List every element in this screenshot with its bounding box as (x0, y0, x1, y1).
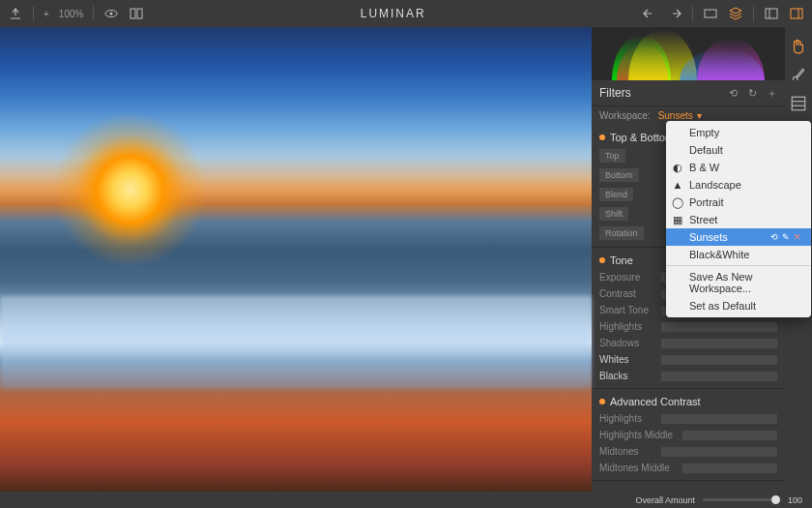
panel-right-icon[interactable] (789, 6, 804, 21)
svg-rect-4 (705, 10, 716, 17)
blacks-label: Blacks (599, 371, 655, 381)
gradient-tool-icon[interactable] (790, 95, 807, 112)
shadows-label: Shadows (599, 338, 655, 348)
workspace-item-empty[interactable]: Empty (666, 124, 811, 141)
adv-midtones-track[interactable] (661, 447, 777, 457)
adv-highlights-label: Highlights (599, 413, 655, 424)
overall-amount-slider[interactable] (703, 498, 780, 501)
workspace-label: Workspace: (599, 110, 651, 121)
slider-adv-highlightsmid[interactable]: Highlights Middle (599, 427, 777, 443)
workspace-item-default[interactable]: Default (666, 141, 811, 159)
redo-icon[interactable] (667, 6, 682, 21)
adv-midtonesmid-label: Midtones Middle (599, 463, 677, 473)
overall-amount-label: Overall Amount (635, 495, 695, 505)
tab-bottom[interactable]: Bottom (599, 168, 639, 182)
slider-blacks[interactable]: Blacks (599, 368, 777, 384)
section-advanced-contrast: Advanced Contrast Highlights Highlights … (592, 389, 785, 481)
dd-label: Default (689, 144, 723, 156)
svg-rect-7 (791, 9, 802, 18)
overall-amount-knob[interactable] (771, 495, 780, 504)
add-filter-icon[interactable]: ＋ (766, 87, 777, 99)
dd-label: Landscape (689, 179, 741, 191)
whites-track[interactable] (661, 355, 777, 365)
sync-icon[interactable]: ⟲ (727, 87, 739, 99)
zoom-value[interactable]: 100% (59, 9, 84, 19)
filters-title: Filters (599, 86, 631, 100)
workspace-dropdown[interactable]: Sunsets ▾ (658, 110, 702, 121)
dd-label: Save As New Workspace... (689, 271, 801, 294)
zoom-plus[interactable]: + (44, 9, 49, 19)
workspace-save-as[interactable]: Save As New Workspace... (666, 268, 811, 297)
delete-mini-icon[interactable]: ✕ (794, 232, 801, 242)
dd-label: B & W (689, 162, 719, 173)
whites-label: Whites (599, 354, 655, 365)
dd-label: Sunsets (689, 231, 728, 243)
workspace-item-landscape[interactable]: ▲ Landscape (666, 176, 811, 194)
workspace-item-sunsets[interactable]: Sunsets ⟲ ✎ ✕ (666, 228, 811, 246)
adv-highlightsmid-track[interactable] (682, 431, 777, 440)
tab-rotation[interactable]: Rotation (599, 226, 644, 240)
adv-midtonesmid-track[interactable] (682, 463, 777, 473)
separator (93, 6, 94, 21)
portrait-icon: ◯ (672, 196, 683, 208)
workspace-item-street[interactable]: ▦ Street (666, 211, 811, 228)
slider-adv-midtonesmid[interactable]: Midtones Middle (599, 460, 777, 476)
slider-highlights[interactable]: Highlights (599, 318, 777, 335)
svg-point-1 (110, 13, 113, 15)
highlights-label: Highlights (599, 321, 655, 332)
shadows-track[interactable] (661, 339, 777, 348)
svg-rect-2 (130, 9, 135, 18)
landscape-icon: ▲ (672, 179, 683, 191)
filters-header: Filters ⟲ ↻ ＋ (592, 80, 785, 106)
image-canvas[interactable] (0, 27, 592, 492)
highlights-track[interactable] (661, 322, 777, 332)
svg-rect-5 (766, 9, 777, 18)
slider-adv-midtones[interactable]: Midtones (599, 443, 777, 460)
adv-highlights-track[interactable] (661, 414, 777, 424)
dd-label: Set as Default (689, 300, 756, 312)
reset-icon[interactable]: ↻ (746, 87, 758, 99)
slider-whites[interactable]: Whites (599, 351, 777, 368)
dd-label: Portrait (689, 196, 723, 208)
dd-label: Street (689, 214, 717, 225)
workspace-dropdown-menu: Empty Default ◐ B & W ▲ Landscape ◯ Port… (666, 121, 811, 317)
export-icon[interactable] (8, 6, 23, 21)
sync-mini-icon[interactable]: ⟲ (770, 232, 778, 242)
exposure-label: Exposure (599, 272, 655, 283)
bottom-bar: Overall Amount 100 (0, 492, 812, 508)
dd-label: Black&White (689, 249, 749, 260)
chevron-down-icon: ▾ (697, 110, 702, 121)
app-title: LUMINAR (144, 7, 642, 20)
active-dot-icon (599, 134, 605, 140)
section-title-advanced[interactable]: Advanced Contrast (599, 393, 777, 410)
blacks-track[interactable] (661, 372, 777, 381)
dd-label: Empty (689, 127, 719, 138)
compare-icon[interactable] (129, 6, 144, 21)
edited-photo (0, 27, 592, 492)
adv-midtones-label: Midtones (599, 446, 655, 457)
street-icon: ▦ (672, 214, 683, 225)
workspace-item-blackwhite[interactable]: Black&White (666, 246, 811, 263)
slider-adv-highlights[interactable]: Highlights (599, 410, 777, 427)
slider-shadows[interactable]: Shadows (599, 335, 777, 351)
tab-shift[interactable]: Shift (599, 207, 628, 221)
panel-left-icon[interactable] (764, 6, 779, 21)
layers-icon[interactable] (728, 6, 743, 21)
adv-highlightsmid-label: Highlights Middle (599, 430, 677, 440)
hand-tool-icon[interactable] (790, 37, 807, 54)
brush-tool-icon[interactable] (790, 66, 807, 83)
active-dot-icon (599, 399, 605, 404)
overall-amount-value: 100 (788, 495, 802, 505)
tab-blend[interactable]: Blend (599, 188, 633, 201)
tab-top[interactable]: Top (599, 149, 625, 163)
advanced-title-text: Advanced Contrast (610, 396, 701, 407)
undo-icon[interactable] (642, 6, 657, 21)
workspace-item-bw[interactable]: ◐ B & W (666, 159, 811, 176)
tone-title-text: Tone (610, 254, 633, 266)
workspace-item-portrait[interactable]: ◯ Portrait (666, 194, 811, 211)
presets-icon[interactable] (703, 6, 718, 21)
workspace-set-default[interactable]: Set as Default (666, 297, 811, 314)
eye-icon[interactable] (103, 6, 119, 21)
histogram[interactable] (592, 27, 785, 80)
edit-mini-icon[interactable]: ✎ (782, 232, 790, 242)
